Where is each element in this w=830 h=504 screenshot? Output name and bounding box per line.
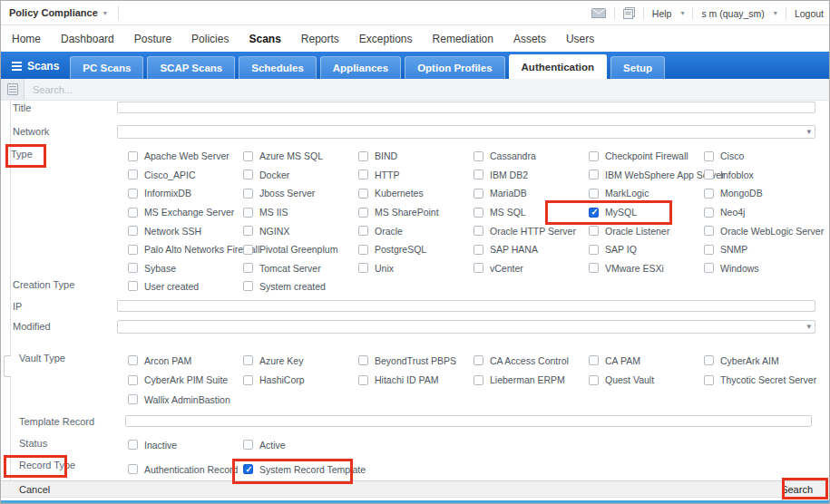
menu-item-reports[interactable]: Reports [291, 33, 349, 45]
checkbox-unchecked-icon[interactable] [358, 245, 368, 255]
checkbox-unchecked-icon[interactable] [128, 189, 138, 199]
checkbox-option-oracle-http-server[interactable]: Oracle HTTP Server [463, 221, 578, 240]
menu-item-dashboard[interactable]: Dashboard [51, 33, 124, 45]
checkbox-option-bind[interactable]: BIND [347, 147, 463, 166]
checkbox-unchecked-icon[interactable] [358, 375, 368, 385]
checkbox-option-ms-sql[interactable]: MS SQL [463, 203, 578, 222]
checkbox-option-ibm-websphere-app-server[interactable]: IBM WebSphere App Server [578, 166, 693, 185]
app-switcher[interactable]: Policy Compliance [9, 7, 98, 18]
checkbox-unchecked-icon[interactable] [704, 189, 714, 199]
tab-schedules[interactable]: Schedules [239, 56, 317, 79]
checkbox-unchecked-icon[interactable] [474, 208, 483, 218]
mail-icon[interactable] [591, 8, 606, 18]
modified-select[interactable]: ▾ [117, 320, 815, 334]
checkbox-option-wallix-adminbastion[interactable]: Wallix AdminBastion [117, 390, 232, 410]
checkbox-option-palo-alto-networks-firewall[interactable]: Palo Alto Networks Firewall [117, 240, 232, 259]
checkbox-unchecked-icon[interactable] [243, 375, 253, 385]
splitter-handle[interactable] [4, 355, 11, 377]
checkbox-unchecked-icon[interactable] [589, 355, 599, 365]
checkbox-option-tomcat-server[interactable]: Tomcat Server [232, 259, 347, 278]
menu-item-posture[interactable]: Posture [124, 33, 181, 45]
checkbox-unchecked-icon[interactable] [128, 394, 138, 404]
checkbox-unchecked-icon[interactable] [243, 226, 253, 236]
tab-setup[interactable]: Setup [610, 56, 665, 79]
checkbox-option-azure-key[interactable]: Azure Key [232, 351, 347, 371]
checkbox-option-http[interactable]: HTTP [347, 166, 463, 185]
checkbox-option-inactive[interactable]: Inactive [117, 435, 232, 454]
checkbox-option-vcenter[interactable]: vCenter [463, 259, 578, 278]
checkbox-option-user-created[interactable]: User created [117, 276, 232, 296]
checkbox-unchecked-icon[interactable] [704, 263, 714, 273]
checkbox-option-ms-sharepoint[interactable]: MS SharePoint [347, 203, 463, 222]
checkbox-option-oracle-listener[interactable]: Oracle Listener [578, 221, 693, 240]
checkbox-unchecked-icon[interactable] [358, 151, 368, 161]
checkbox-unchecked-icon[interactable] [474, 226, 483, 236]
checkbox-unchecked-icon[interactable] [128, 281, 138, 291]
checkbox-unchecked-icon[interactable] [704, 170, 714, 179]
checkbox-checked-icon[interactable] [243, 464, 253, 474]
checkbox-option-neo4j[interactable]: Neo4j [693, 203, 808, 222]
checkbox-unchecked-icon[interactable] [243, 189, 253, 199]
checkbox-option-checkpoint-firewall[interactable]: Checkpoint Firewall [578, 147, 693, 166]
checkbox-unchecked-icon[interactable] [128, 245, 138, 255]
checkbox-option-windows[interactable]: Windows [693, 259, 808, 278]
checkbox-option-unix[interactable]: Unix [347, 259, 463, 278]
ip-input[interactable] [117, 300, 815, 312]
checkbox-unchecked-icon[interactable] [243, 170, 253, 179]
checkbox-unchecked-icon[interactable] [474, 375, 483, 385]
search-options-button[interactable] [1, 79, 24, 100]
checkbox-option-azure-ms-sql[interactable]: Azure MS SQL [232, 147, 347, 166]
checkbox-unchecked-icon[interactable] [474, 189, 483, 199]
checkbox-unchecked-icon[interactable] [474, 151, 483, 161]
menu-item-assets[interactable]: Assets [503, 33, 556, 45]
menu-item-exceptions[interactable]: Exceptions [349, 33, 423, 45]
checkbox-option-beyondtrust-pbps[interactable]: BeyondTrust PBPS [347, 351, 463, 371]
preview-icon[interactable] [623, 7, 635, 19]
checkbox-unchecked-icon[interactable] [704, 151, 714, 161]
checkbox-option-hashicorp[interactable]: HashiCorp [232, 371, 347, 391]
checkbox-option-active[interactable]: Active [232, 435, 347, 454]
checkbox-unchecked-icon[interactable] [128, 226, 138, 236]
checkbox-option-apache-web-server[interactable]: Apache Web Server [117, 147, 232, 166]
checkbox-unchecked-icon[interactable] [474, 355, 483, 365]
title-input[interactable] [117, 102, 815, 113]
checkbox-unchecked-icon[interactable] [474, 245, 483, 255]
checkbox-option-cisco[interactable]: Cisco [693, 147, 808, 166]
checkbox-option-cisco_apic[interactable]: Cisco_APIC [117, 166, 232, 185]
tab-option-profiles[interactable]: Option Profiles [405, 56, 504, 79]
checkbox-unchecked-icon[interactable] [358, 355, 368, 365]
checkbox-option-vmware-esxi[interactable]: VMware ESXi [578, 259, 693, 278]
checkbox-unchecked-icon[interactable] [128, 208, 138, 218]
checkbox-option-lieberman-erpm[interactable]: Lieberman ERPM [463, 371, 578, 391]
tab-scap-scans[interactable]: SCAP Scans [147, 56, 235, 79]
checkbox-option-sybase[interactable]: Sybase [117, 259, 232, 278]
checkbox-option-ibm-db2[interactable]: IBM DB2 [463, 166, 578, 185]
checkbox-option-marklogic[interactable]: MarkLogic [578, 184, 693, 203]
search-button[interactable]: Search [776, 483, 818, 496]
checkbox-option-hitachi-id-pam[interactable]: Hitachi ID PAM [347, 371, 463, 391]
checkbox-unchecked-icon[interactable] [704, 245, 714, 255]
checkbox-unchecked-icon[interactable] [589, 189, 599, 199]
checkbox-unchecked-icon[interactable] [358, 263, 368, 273]
menu-item-home[interactable]: Home [2, 33, 51, 45]
checkbox-unchecked-icon[interactable] [589, 245, 599, 255]
checkbox-option-ca-access-control[interactable]: CA Access Control [463, 351, 578, 371]
checkbox-unchecked-icon[interactable] [358, 226, 368, 236]
menu-item-users[interactable]: Users [556, 33, 604, 45]
cancel-button[interactable]: Cancel [19, 484, 50, 495]
checkbox-option-infoblox[interactable]: Infoblox [693, 166, 808, 185]
checkbox-unchecked-icon[interactable] [704, 208, 714, 218]
checkbox-option-kubernetes[interactable]: Kubernetes [347, 184, 463, 203]
checkbox-unchecked-icon[interactable] [358, 170, 368, 179]
template-record-input[interactable] [125, 415, 812, 427]
checkbox-option-ms-exchange-server[interactable]: MS Exchange Server [117, 203, 232, 222]
checkbox-option-authentication-record[interactable]: Authentication Record [117, 460, 232, 479]
tab-pc-scans[interactable]: PC Scans [70, 56, 143, 79]
checkbox-option-network-ssh[interactable]: Network SSH [117, 221, 232, 240]
checkbox-option-cyberark-pim-suite[interactable]: CyberArk PIM Suite [117, 371, 232, 391]
checkbox-option-cassandra[interactable]: Cassandra [463, 147, 578, 166]
checkbox-unchecked-icon[interactable] [474, 170, 483, 179]
checkbox-unchecked-icon[interactable] [128, 375, 138, 385]
checkbox-option-jboss-server[interactable]: Jboss Server [232, 184, 347, 203]
checkbox-option-thycotic-secret-server[interactable]: Thycotic Secret Server [693, 371, 808, 391]
